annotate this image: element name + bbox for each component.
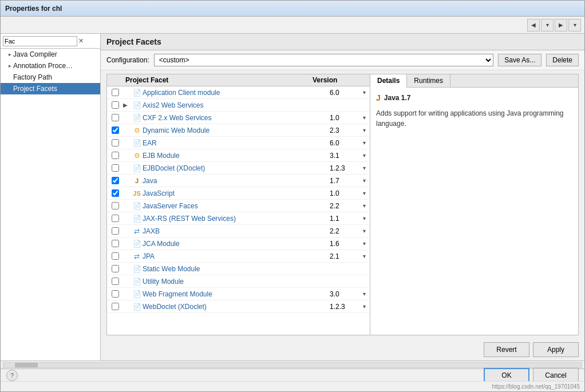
facet-checkbox[interactable]	[107, 114, 123, 121]
facet-check-input[interactable]	[112, 101, 119, 109]
facet-check-input[interactable]	[112, 152, 119, 159]
facet-name[interactable]: JAX-RS (REST Web Services)	[143, 215, 330, 223]
facet-checkbox[interactable]	[107, 139, 123, 146]
table-row: J Java 1.7 ▾	[107, 175, 370, 187]
facet-name[interactable]: Application Client module	[143, 89, 330, 97]
facet-check-input[interactable]	[112, 215, 119, 222]
facet-check-input[interactable]	[112, 240, 119, 247]
facet-checkbox[interactable]	[107, 152, 123, 159]
facet-check-input[interactable]	[112, 177, 119, 184]
facet-version-dropdown-icon[interactable]: ▾	[358, 140, 370, 146]
facet-name[interactable]: JCA Module	[143, 240, 330, 248]
facet-check-input[interactable]	[112, 303, 119, 310]
facet-version-dropdown-icon[interactable]: ▾	[358, 228, 370, 234]
sidebar-item-annotation-proc[interactable]: ▸ Annotation Proce…	[1, 60, 100, 72]
facet-version-dropdown-icon[interactable]: ▾	[358, 127, 370, 133]
facet-name[interactable]: Utility Module	[143, 278, 330, 286]
facet-version-dropdown-icon[interactable]: ▾	[358, 291, 370, 297]
facet-name[interactable]: Dynamic Web Module	[143, 126, 330, 134]
facet-name[interactable]: JAXB	[143, 227, 330, 235]
facet-name[interactable]: CXF 2.x Web Services	[143, 114, 330, 122]
facet-check-input[interactable]	[112, 278, 119, 285]
horizontal-scrollbar[interactable]	[1, 361, 584, 369]
config-select[interactable]: <custom>	[154, 54, 494, 66]
facet-checkbox[interactable]	[107, 265, 123, 272]
facet-name[interactable]: Web Fragment Module	[143, 290, 330, 298]
forward-button[interactable]: ▶	[555, 19, 567, 31]
facet-check-input[interactable]	[112, 202, 119, 209]
facet-checkbox[interactable]	[107, 252, 123, 260]
facet-name[interactable]: JavaServer Faces	[143, 202, 330, 210]
facet-name[interactable]: EJB Module	[143, 152, 330, 160]
facet-check-input[interactable]	[112, 265, 119, 272]
facet-checkbox[interactable]	[107, 177, 123, 184]
sidebar-item-factory-path[interactable]: Factory Path	[1, 72, 100, 83]
facet-version-dropdown-icon[interactable]: ▾	[358, 190, 370, 196]
facet-checkbox[interactable]	[107, 101, 123, 109]
facet-name[interactable]: EAR	[143, 139, 330, 147]
sidebar-item-java-compiler[interactable]: ▸ Java Compiler	[1, 49, 100, 60]
sidebar-item-label-java-compiler: Java Compiler	[13, 50, 57, 58]
apply-button[interactable]: Apply	[533, 342, 579, 357]
facet-checkbox[interactable]	[107, 227, 123, 235]
facet-type-icon: ⚙	[131, 126, 143, 134]
facet-version-dropdown-icon[interactable]: ▾	[358, 253, 370, 259]
facet-checkbox[interactable]	[107, 89, 123, 96]
facet-checkbox[interactable]	[107, 189, 123, 197]
search-input[interactable]	[3, 36, 77, 46]
facet-check-input[interactable]	[112, 252, 119, 260]
facet-checkbox[interactable]	[107, 278, 123, 285]
facet-name[interactable]: JPA	[143, 252, 330, 260]
save-as-button[interactable]: Save As...	[498, 54, 541, 66]
facet-name[interactable]: Java	[143, 177, 330, 185]
ok-button[interactable]: OK	[484, 368, 529, 383]
tab-details[interactable]: Details	[370, 74, 407, 88]
facet-checkbox[interactable]	[107, 290, 123, 298]
facet-name[interactable]: Static Web Module	[143, 265, 330, 273]
facet-version-dropdown-icon[interactable]: ▾	[358, 152, 370, 159]
facet-type-icon: 📄	[131, 202, 143, 210]
facet-check-input[interactable]	[112, 227, 119, 235]
facet-version-dropdown-icon[interactable]: ▾	[358, 177, 370, 184]
facet-name[interactable]: WebDoclet (XDoclet)	[143, 303, 330, 311]
facet-version-dropdown-icon[interactable]: ▾	[358, 114, 370, 121]
forward-dropdown-button[interactable]: ▾	[568, 19, 581, 31]
facet-version-dropdown-icon[interactable]: ▾	[358, 165, 370, 171]
facet-name[interactable]: EJBDoclet (XDoclet)	[143, 164, 330, 172]
sidebar-item-project-facets[interactable]: Project Facets	[1, 83, 100, 94]
sync-icon: ⇄	[134, 227, 140, 235]
facet-checkbox[interactable]	[107, 126, 123, 134]
facet-version-dropdown-icon[interactable]: ▾	[358, 303, 370, 310]
facet-checkbox[interactable]	[107, 164, 123, 172]
facet-version-dropdown-icon[interactable]: ▾	[358, 89, 370, 96]
facet-check-input[interactable]	[112, 114, 119, 121]
facet-version-dropdown-icon[interactable]: ▾	[358, 240, 370, 247]
expand-placeholder	[123, 152, 131, 159]
revert-button[interactable]: Revert	[484, 342, 529, 357]
help-button[interactable]: ?	[6, 370, 18, 381]
facet-check-input[interactable]	[112, 126, 119, 134]
back-button[interactable]: ◀	[527, 19, 540, 31]
delete-button[interactable]: Delete	[546, 54, 579, 66]
facet-version-dropdown-icon[interactable]: ▾	[358, 203, 370, 209]
search-clear-icon[interactable]: ✕	[78, 37, 84, 45]
facet-check-input[interactable]	[112, 139, 119, 146]
facet-checkbox[interactable]	[107, 215, 123, 222]
facet-version-dropdown-icon[interactable]: ▾	[358, 215, 370, 221]
facet-checkbox[interactable]	[107, 303, 123, 310]
facet-name[interactable]: JavaScript	[143, 189, 330, 197]
expand-arrow-icon[interactable]: ▶	[123, 102, 131, 108]
scrollbar-thumb[interactable]	[15, 363, 38, 367]
facet-checkbox[interactable]	[107, 202, 123, 209]
tab-runtimes[interactable]: Runtimes	[407, 74, 450, 87]
facet-name[interactable]: Axis2 Web Services	[143, 101, 330, 109]
facet-check-input[interactable]	[112, 189, 119, 197]
facet-checkbox[interactable]	[107, 240, 123, 247]
expand-placeholder	[123, 278, 131, 284]
facet-check-input[interactable]	[112, 164, 119, 172]
facet-check-input[interactable]	[112, 89, 119, 96]
back-dropdown-button[interactable]: ▾	[541, 19, 554, 31]
cancel-button[interactable]: Cancel	[533, 368, 579, 383]
facet-check-input[interactable]	[112, 290, 119, 298]
col-check-header	[107, 76, 123, 84]
